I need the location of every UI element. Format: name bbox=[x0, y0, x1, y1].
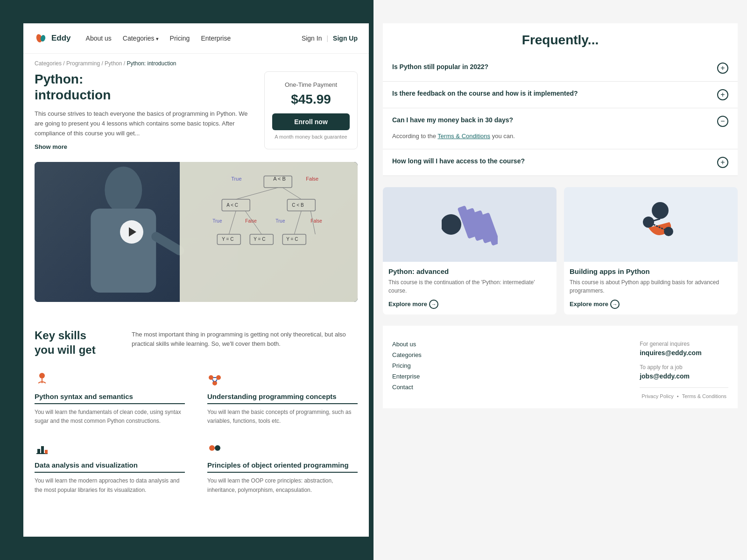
course-card-body: Python: advanced This course is the cont… bbox=[383, 262, 557, 315]
payment-card: One-Time Payment $45.99 Enroll now A mon… bbox=[264, 71, 358, 149]
svg-text:A < C: A < C bbox=[227, 203, 239, 208]
payment-price: $45.99 bbox=[272, 92, 350, 107]
faq-item-expanded: Can I have my money back in 30 days? − A… bbox=[383, 108, 738, 149]
faq-question: Can I have my money back in 30 days? bbox=[392, 116, 717, 125]
faq-item[interactable]: Is there feedback on the course and how … bbox=[383, 82, 738, 108]
navbar: Eddy About us Categories Pricing Enterpr… bbox=[23, 23, 369, 54]
breadcrumb-categories[interactable]: Categories bbox=[35, 60, 62, 67]
footer-separator: • bbox=[677, 393, 679, 399]
footer-link-pricing[interactable]: Pricing bbox=[392, 362, 422, 369]
nav-divider: | bbox=[326, 35, 328, 42]
faq-toggle[interactable]: + bbox=[717, 63, 728, 74]
skill-item: Understanding programming concepts You w… bbox=[207, 372, 358, 426]
nav-enterprise[interactable]: Enterprise bbox=[201, 35, 231, 42]
skill-item: Data analysis and visualization You will… bbox=[35, 441, 185, 494]
enroll-button[interactable]: Enroll now bbox=[272, 113, 350, 130]
svg-point-33 bbox=[212, 381, 217, 385]
svg-line-25 bbox=[229, 211, 236, 234]
nav-links: About us Categories Pricing Enterprise bbox=[86, 35, 302, 42]
explore-arrow-icon: → bbox=[429, 300, 438, 309]
footer-job-email[interactable]: jobs@eddy.com bbox=[640, 372, 728, 380]
terms-conditions-link[interactable]: Terms & Conditions bbox=[437, 133, 490, 140]
video-background: True A < B False A < C C < B True False … bbox=[35, 162, 358, 302]
payment-type: One-Time Payment bbox=[272, 81, 350, 88]
key-skills-section: Key skills you will get The most importa… bbox=[23, 317, 369, 510]
svg-text:Y = C: Y = C bbox=[222, 237, 234, 242]
footer-terms-link[interactable]: Terms & Conditions bbox=[682, 393, 726, 399]
course-description: This course strives to teach everyone th… bbox=[35, 109, 253, 138]
explore-more-link[interactable]: Explore more → bbox=[570, 300, 732, 309]
svg-point-31 bbox=[209, 375, 213, 380]
faq-toggle[interactable]: − bbox=[717, 116, 728, 127]
oop-icon bbox=[207, 441, 222, 455]
footer: About us Categories Pricing Enterprise C… bbox=[383, 326, 738, 408]
svg-rect-38 bbox=[37, 449, 40, 454]
course-thumbnail bbox=[564, 187, 738, 262]
footer-privacy-link[interactable]: Privacy Policy bbox=[641, 393, 673, 399]
footer-general-email[interactable]: inquires@eddy.com bbox=[640, 349, 728, 357]
faq-toggle[interactable]: + bbox=[717, 89, 728, 100]
footer-link-categories[interactable]: Categories bbox=[392, 351, 422, 358]
skills-grid: Python syntax and semantics You will lea… bbox=[35, 372, 358, 495]
faq-question: Is there feedback on the course and how … bbox=[392, 89, 710, 98]
faq-answer: According to the Terms & Conditions you … bbox=[392, 132, 728, 141]
video-player[interactable]: True A < B False A < C C < B True False … bbox=[35, 162, 358, 302]
footer-general-label: For general inquires bbox=[640, 341, 728, 347]
faq-item[interactable]: How long will I have access to the cours… bbox=[383, 149, 738, 176]
code-icon bbox=[35, 372, 49, 387]
svg-line-24 bbox=[283, 188, 302, 199]
svg-point-32 bbox=[216, 375, 221, 380]
skill-desc: You will learn the modern approaches to … bbox=[35, 476, 185, 494]
faq-item[interactable]: Is Python still popular in 2022? + bbox=[383, 55, 738, 82]
main-content: Eddy About us Categories Pricing Enterpr… bbox=[23, 23, 369, 537]
money-back-guarantee: A month money back guarantee bbox=[272, 134, 350, 140]
footer-link-about[interactable]: About us bbox=[392, 341, 422, 348]
footer-job-label: To apply for a job bbox=[640, 364, 728, 371]
course-thumbnail bbox=[383, 187, 557, 262]
footer-link-contact[interactable]: Contact bbox=[392, 384, 422, 391]
course-card: Building apps in Python This course is a… bbox=[564, 187, 738, 315]
course-card-title: Building apps in Python bbox=[570, 267, 732, 275]
nav-pricing[interactable]: Pricing bbox=[170, 35, 190, 42]
svg-text:A < B: A < B bbox=[274, 176, 286, 182]
skills-description: The most important thing in programming … bbox=[132, 328, 358, 357]
signup-link[interactable]: Sign Up bbox=[333, 35, 358, 42]
whiteboard-diagram: True A < B False A < C C < B True False … bbox=[180, 162, 358, 302]
logo-text: Eddy bbox=[51, 34, 71, 43]
skills-title: Key skills you will get bbox=[35, 328, 109, 357]
faq-section: Frequently... Is Python still popular in… bbox=[383, 23, 738, 176]
play-icon bbox=[129, 227, 136, 237]
faq-question: How long will I have access to the cours… bbox=[392, 157, 710, 166]
faq-expanded-header: Can I have my money back in 30 days? − bbox=[392, 116, 728, 127]
concept-icon bbox=[207, 372, 222, 387]
course-title: Python: introduction bbox=[35, 71, 253, 103]
svg-line-36 bbox=[216, 379, 217, 382]
nav-about[interactable]: About us bbox=[86, 35, 112, 42]
course-header: Python: introduction This course strives… bbox=[23, 71, 369, 162]
nav-categories[interactable]: Categories bbox=[123, 35, 159, 42]
play-button[interactable] bbox=[120, 220, 143, 244]
skill-desc: You will learn the fundamentals of clean… bbox=[35, 408, 185, 426]
breadcrumb: Categories / Programming / Python / Pyth… bbox=[23, 54, 369, 71]
logo-icon bbox=[35, 32, 48, 45]
faq-toggle[interactable]: + bbox=[717, 157, 728, 168]
footer-link-enterprise[interactable]: Enterprise bbox=[392, 373, 422, 380]
svg-point-43 bbox=[215, 445, 220, 451]
svg-text:False: False bbox=[306, 176, 319, 182]
logo[interactable]: Eddy bbox=[35, 32, 71, 45]
show-more-link[interactable]: Show more bbox=[35, 143, 67, 150]
skill-item: Principles of object oriented programmin… bbox=[207, 441, 358, 494]
skill-desc: You will learn the OOP core principles: … bbox=[207, 476, 358, 494]
right-panel: Frequently... Is Python still popular in… bbox=[374, 0, 747, 560]
skill-name: Understanding programming concepts bbox=[207, 392, 358, 404]
explore-more-link[interactable]: Explore more → bbox=[388, 300, 551, 309]
signin-link[interactable]: Sign In bbox=[302, 35, 322, 42]
course-card: Python: advanced This course is the cont… bbox=[383, 187, 557, 315]
breadcrumb-python[interactable]: Python bbox=[105, 60, 122, 67]
breadcrumb-programming[interactable]: Programming bbox=[66, 60, 100, 67]
svg-rect-40 bbox=[45, 450, 48, 454]
svg-text:True: True bbox=[213, 218, 223, 224]
svg-point-49 bbox=[652, 202, 669, 219]
svg-line-4 bbox=[156, 237, 179, 251]
explore-arrow-icon: → bbox=[610, 300, 620, 309]
